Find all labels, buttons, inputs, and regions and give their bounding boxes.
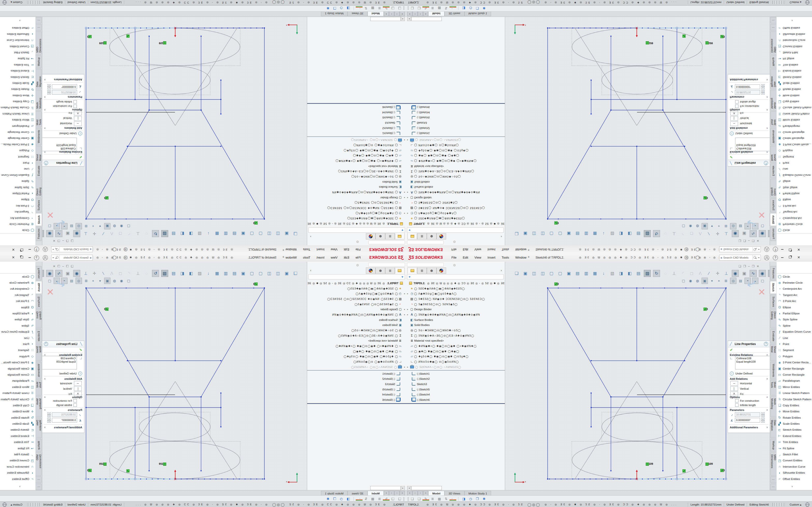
tree-item-annotations[interactable]: ▸A◯ ƼΝИ◉⊙✚Α✚◉ИΝΑ◯⊙◯ΑИΝ◉✚Α✚⊙◉ИΝ <box>307 190 406 195</box>
tree-item-solid[interactable]: ▣Solid Bodies <box>406 179 505 185</box>
tree-item-gauge[interactable]: ◔◯ Ƽ◉ƼΝƐƼƧ◯⊙◯ ƼƧΝƼ◉Ƽ◯ <box>307 201 406 206</box>
angle-spinner[interactable]: ▲▼ <box>761 418 765 422</box>
command-tab-mesh-modeling[interactable]: Mesh Modeling <box>36 396 42 417</box>
panel-expand-chevron[interactable]: › <box>310 235 311 238</box>
expand-arrow-icon[interactable]: ▸ <box>406 212 409 215</box>
command-tab-features[interactable]: Features <box>770 227 776 241</box>
tab-configurationmanager[interactable]: ⊕ <box>375 233 385 239</box>
panel-help-icon[interactable]: ? <box>764 161 768 165</box>
menu-window[interactable]: Window <box>286 248 297 251</box>
sketch-line[interactable] <box>663 288 726 397</box>
menu-edit[interactable]: Edit <box>344 256 349 259</box>
lofted-boss-icon[interactable]: ▢ <box>257 270 264 277</box>
menu-insert[interactable]: Insert <box>317 248 324 251</box>
tool-stretch-entities[interactable]: ⊏Stretch Entities <box>0 427 36 433</box>
expand-arrow-icon[interactable]: ▸ <box>406 196 409 199</box>
close-document-icon[interactable]: ✕ <box>757 265 759 268</box>
tool-move-entities[interactable]: ✛Move Entities <box>776 93 812 99</box>
sketch-line[interactable] <box>86 110 149 219</box>
tree-item-part[interactable]: TЯPDL2. ◎ ƎƐ ◎ Ɯ ◎ ◎ ◎ ✚ ◎ ƆƆ ◎ ƎƐ ◎ ◦ ◎… <box>307 221 406 226</box>
search-dropdown-icon[interactable]: ▾ <box>757 248 761 250</box>
tile-window-icon[interactable]: ❐ <box>66 239 69 242</box>
restore-document-icon[interactable]: ❐ <box>57 265 60 268</box>
collapse-chevron-icon[interactable]: ∧ <box>44 127 46 130</box>
tree-item-gauge[interactable]: ◔◯ Ƽ◉ƼΝƐƼƧ◯⊙◯ ƼƧΝƼ◉Ƽ◯ <box>406 301 505 307</box>
length-spinner[interactable]: ▲▼ <box>761 90 765 95</box>
length-field[interactable]: 10.88152731 <box>735 412 760 417</box>
tree-item-surface[interactable]: ◧Surface Bodies <box>307 317 406 323</box>
panel-collapse-handle[interactable] <box>356 241 359 243</box>
tool-3-point-arc[interactable]: ◠3 Point Arc <box>776 298 812 304</box>
collapse-chevron-icon[interactable]: ∧ <box>766 96 768 99</box>
tool-extend-entities[interactable]: ⊢Extend Entities <box>776 68 812 74</box>
section-view-icon[interactable]: ▣ <box>702 278 708 284</box>
pack-and-go-icon[interactable]: ◨ <box>460 6 467 10</box>
tree-item-plane[interactable]: ▱◯ ✚ƍƼ⊙✱◯ ✱◉◯⊙◯◉✱ ◯⊙Ƽƍ✚◯ <box>406 354 505 359</box>
lofted-cut-icon[interactable]: ▦ <box>214 230 220 237</box>
display-style-icon[interactable]: ⊞ <box>723 278 729 284</box>
minimize-button[interactable] <box>779 256 785 260</box>
tree-item-sigma[interactable]: Σ◯ ƼΝИ◉⊙✚Α∩ƎƐ◯⊙◯ƐƎ∩Α✚⊙◉ИΝƼ◯ <box>406 169 505 174</box>
tree-item-sigma[interactable]: Σ◯ ƼΝИ◉⊙✚Α∩ƎƐ◯⊙◯ƐƎ∩Α✚⊙◉ИΝƼ◯ <box>307 333 406 338</box>
tree-item-plane[interactable]: ▱◯ ✚ИΝ◉✱+◯ ✱◉◯⊙◯◉✱ ◯+✱◉ИΝ✚◯ <box>307 343 406 349</box>
tree-item-sketch5[interactable]: (-) Sketch5 <box>406 387 505 392</box>
tab-nav-2[interactable]: › <box>389 491 394 496</box>
doc-tab-motion-study-1[interactable]: Motion Study 1 <box>321 11 348 16</box>
search-input[interactable]: Search CAD Models <box>60 256 89 259</box>
command-tab-data-migration[interactable]: Data Migration <box>36 69 42 89</box>
search-box[interactable]: ◈ Search CAD Models ▾ <box>51 255 93 261</box>
sort-icon[interactable]: ⇅ <box>443 6 450 10</box>
tree-item-sketch6[interactable]: (-) Sketch6 <box>307 397 406 402</box>
doc-tab-motion-study-1[interactable]: Motion Study 1 <box>464 11 491 16</box>
tree-item-material[interactable]: ≣Material <not specified> <box>406 164 505 169</box>
tool-scale-entities[interactable]: ▞Scale Entities <box>776 80 812 86</box>
status-custom-dropdown[interactable]: Custom ▴ <box>787 503 804 507</box>
tab-nav-0[interactable]: « <box>400 11 405 16</box>
command-tab-markup[interactable]: Markup <box>770 439 776 452</box>
revolved-boss-icon[interactable]: ◫ <box>531 230 537 237</box>
convert-entities-icon[interactable]: ▣ <box>64 230 71 237</box>
endpoint-handle[interactable] <box>676 27 678 29</box>
tool-centerpoint-arc[interactable]: ◔Centerpoint Arc <box>0 286 36 292</box>
tree-item-sketch4[interactable]: (-) Sketch4 <box>307 110 406 115</box>
fillet-icon[interactable]: ◨ <box>618 270 624 277</box>
collapse-chevron-icon[interactable]: ∧ <box>44 377 46 380</box>
close-button[interactable]: ✕ <box>796 256 802 260</box>
tree-item-origin[interactable]: ∟◯ ИΝ⊙Ƽ⊙✱◉◯ ⊙◯◉Ƽ⊙ИΝ◯ <box>406 143 505 148</box>
command-tab-mold-tools[interactable]: Mold Tools <box>770 111 776 127</box>
tool-style-spline[interactable]: ∿Style Spline <box>776 184 812 190</box>
move-icon[interactable]: ✛ <box>91 270 98 277</box>
search-icon[interactable] <box>752 256 757 260</box>
tree-item-sketch2[interactable]: (-) Sketch2 <box>406 125 505 131</box>
tree-item-material[interactable]: ≣Material <not specified> <box>406 338 505 344</box>
tree-item-binder[interactable]: ▸▢Design Binder <box>307 195 406 201</box>
minimize-document-icon[interactable]: – <box>62 265 64 268</box>
tree-item-part[interactable]: TЯPDL2. ◎ ƎƐ ◎ Ɯ ◎ ◎ ◎ ✚ ◎ ƆƆ ◎ ƎƐ ◎ ◦ ◎… <box>406 281 505 286</box>
tool-circular-sketch-pattern[interactable]: ⠷Circular Sketch Pattern <box>776 396 812 402</box>
search-icon[interactable] <box>55 247 60 251</box>
endpoint-handle[interactable] <box>676 478 678 480</box>
tab-displaymanager[interactable] <box>437 268 446 274</box>
option-infinite-length[interactable]: Infinite length <box>735 100 756 104</box>
tool-convert-entities[interactable]: ◳Convert Entities <box>0 44 36 50</box>
tool-move-entities[interactable]: ✛Move Entities <box>0 93 36 99</box>
appearance-icon[interactable]: ▨ <box>644 230 651 237</box>
restore-button[interactable] <box>787 247 793 251</box>
minimize-document-icon[interactable]: – <box>62 239 64 242</box>
add-relation-vertical[interactable]: │Vertical <box>730 386 749 391</box>
option-infinite-length[interactable]: Infinite length <box>56 403 77 407</box>
command-tab--[interactable]: ⋮ <box>36 17 42 23</box>
tool-spline[interactable]: ∿Spline <box>0 323 36 329</box>
graphics-area[interactable]: ❏▣◫◫▢▢▣▤▥▦↓▧◨◧▤▨↻◌⊥◜◻Λ∕✛⊥◉▣∿◉✛⊞◆◉●◎▢ ▢◉◍… <box>505 262 770 490</box>
tree-item-sketch6[interactable]: (-) Sketch6 <box>406 397 505 402</box>
more-tools-chevron[interactable]: » <box>18 20 21 21</box>
tool-corner-rectangle[interactable]: ▭Corner Rectangle <box>0 372 36 378</box>
arc-icon[interactable]: ◜ <box>679 230 686 237</box>
section-dropdown-icon[interactable]: ▾ <box>709 223 715 229</box>
restore-document-icon[interactable]: ❐ <box>752 265 755 268</box>
tree-item-history[interactable]: ▸◷◯ Λ◉✚Ƽ⊙ƍ◯◉◯ƍ⊙Ƽ✚◉Λ◯ <box>307 211 406 216</box>
command-tab-sheet-metal[interactable]: Sheet Metal <box>770 344 776 361</box>
tool-center-rectangle[interactable]: ▣Center Rectangle <box>776 135 812 142</box>
tree-filter-input[interactable] <box>309 228 400 232</box>
zoom-fit-icon[interactable]: ▢ <box>126 223 132 229</box>
